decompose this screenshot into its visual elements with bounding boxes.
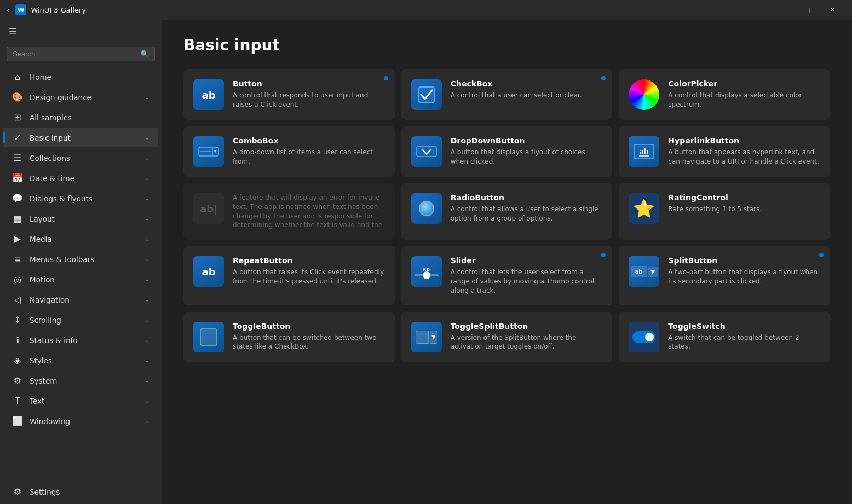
styles-icon: ◈ [12,355,23,366]
sidebar-item-layout[interactable]: ▦ Layout ⌄ [3,209,158,228]
sidebar-item-all-samples[interactable]: ⊞ All samples [3,108,158,127]
sidebar-item-date-time[interactable]: 📅 Date & time ⌄ [3,169,158,188]
card-radiobutton[interactable]: RadioButton A control that allows a user… [401,183,613,240]
card-title-splitbutton: SplitButton [668,256,820,265]
sidebar-item-settings[interactable]: ⚙ Settings [3,482,158,501]
page-title: Basic input [183,36,830,54]
card-info-hyperlinkbutton: HyperlinkButton A button that appears as… [668,136,820,166]
sidebar-item-menus-toolbars[interactable]: ≡ Menus & toolbars ⌄ [3,250,158,269]
card-splitbutton[interactable]: ab ▼ SplitButton A two-part button that … [619,246,830,305]
card-title-combobox: ComboBox [233,136,385,145]
card-title-repeatbutton: RepeatButton [233,256,385,265]
search-input[interactable] [13,50,140,58]
card-repeatbutton[interactable]: ab RepeatButton A button that raises its… [183,246,395,305]
media-icon: ▶ [12,234,23,244]
sidebar-item-basic-input[interactable]: ✓ Basic input ⌄ [3,128,158,147]
card-desc-hyperlinkbutton: A button that appears as hyperlink text,… [668,148,820,166]
home-icon: ⌂ [12,72,23,82]
sidebar-item-design-guidance[interactable]: 🎨 Design guidance ⌄ [3,88,158,107]
card-dropdownbutton[interactable]: DropDownButton A button that displays a … [401,126,613,177]
card-icon-colorpicker [629,79,659,110]
card-icon-button: ab [193,79,224,110]
card-desc-togglesplitbutton: A version of the SplitButton where the a… [451,333,603,352]
card-icon-checkbox [411,79,442,110]
card-togglebutton[interactable]: ToggleButton A button that can be switch… [183,312,395,362]
card-icon-combobox [193,136,224,167]
card-info-repeatbutton: RepeatButton A button that raises its Cl… [233,256,385,286]
navigation-icon: ◁ [12,294,23,305]
card-desc-combobox: A drop-down list of items a user can sel… [233,148,385,166]
card-title-toggleswitch: ToggleSwitch [668,322,820,331]
svg-rect-4 [417,147,436,157]
card-ratingcontrol[interactable]: ⭐ RatingControl Rate something 1 to 5 st… [619,183,830,240]
app-body: ☰ 🔍 ⌂ Home 🎨 Design guidance ⌄ ⊞ All sam… [0,20,852,504]
card-hyperlinkbutton[interactable]: ab HyperlinkButton A button that appears… [619,126,830,177]
sidebar-item-system[interactable]: ⚙ System ⌄ [3,371,158,390]
button-icon: ab [193,79,224,110]
sidebar-item-collections[interactable]: ☰ Collections ⌄ [3,148,158,167]
card-colorpicker[interactable]: ColorPicker A control that displays a se… [619,69,830,120]
chevron-down-icon: ⌄ [145,195,149,201]
maximize-button[interactable]: □ [795,0,820,20]
sidebar-item-status-info[interactable]: ℹ Status & info ⌄ [3,331,158,350]
card-toggleswitch[interactable]: ToggleSwitch A switch that can be toggle… [619,312,830,362]
combobox-icon [193,136,224,167]
card-info-togglebutton: ToggleButton A button that can be switch… [233,322,385,352]
card-togglesplitbutton[interactable]: ▼ ToggleSplitButton A version of the Spl… [401,312,613,362]
sidebar-item-dialogs-flyouts[interactable]: 💬 Dialogs & flyouts ⌄ [3,189,158,208]
card-desc-checkbox: A control that a user can select or clea… [451,91,603,100]
card-info-dropdownbutton: DropDownButton A button that displays a … [451,136,603,166]
hamburger-button[interactable]: ☰ [0,20,162,43]
card-icon-repeatbutton: ab [193,256,224,287]
sidebar-item-text[interactable]: T Text ⌄ [3,391,158,410]
card-slider[interactable]: 60 Slider A control that lets the user s… [401,246,613,305]
chevron-down-icon: ⌄ [145,236,149,242]
card-icon-togglesplitbutton: ▼ [411,322,442,352]
sidebar-item-styles[interactable]: ◈ Styles ⌄ [3,351,158,370]
sidebar: ☰ 🔍 ⌂ Home 🎨 Design guidance ⌄ ⊞ All sam… [0,20,162,504]
card-title-radiobutton: RadioButton [451,193,603,202]
card-icon-radiobutton [411,193,442,224]
back-button[interactable]: ‹ [7,5,10,15]
sidebar-item-media[interactable]: ▶ Media ⌄ [3,229,158,248]
sidebar-item-windowing[interactable]: ⬜ Windowing ⌄ [3,412,158,431]
sidebar-item-navigation[interactable]: ◁ Navigation ⌄ [3,290,158,309]
app-title: WinUI 3 Gallery [31,6,86,14]
card-desc-inputvalidation: A feature that will display an error for… [233,193,385,230]
menus-toolbars-icon: ≡ [12,254,23,264]
card-button[interactable]: ab Button A control that responds to use… [183,69,395,120]
minimize-button[interactable]: – [770,0,795,20]
card-title-dropdownbutton: DropDownButton [451,136,603,145]
sidebar-item-motion[interactable]: ◎ Motion ⌄ [3,270,158,289]
card-desc-slider: A control that lets the user select from… [451,268,603,295]
card-info-ratingcontrol: RatingControl Rate something 1 to 5 star… [668,193,820,214]
repeatbutton-icon: ab [193,256,224,287]
new-dot [601,76,606,80]
card-icon-togglebutton [193,322,224,352]
card-info-togglesplitbutton: ToggleSplitButton A version of the Split… [451,322,603,352]
search-box[interactable]: 🔍 [7,47,155,61]
collections-icon: ☰ [12,153,23,163]
chevron-down-icon: ⌄ [145,317,149,323]
sidebar-item-home[interactable]: ⌂ Home [3,67,158,86]
sidebar-item-scrolling[interactable]: ↕ Scrolling ⌄ [3,310,158,329]
new-dot [819,253,824,257]
chevron-down-icon: ⌄ [145,398,149,404]
settings-icon: ⚙ [12,486,23,497]
new-dot [601,253,606,257]
card-title-button: Button [233,79,385,88]
togglesplitbutton-icon: ▼ [411,322,442,352]
chevron-down-icon: ⌄ [145,256,149,262]
checkbox-icon [411,79,442,110]
close-button[interactable]: ✕ [820,0,845,20]
new-dot [384,76,388,80]
card-checkbox[interactable]: CheckBox A control that a user can selec… [401,69,613,120]
windowing-icon: ⬜ [12,416,23,426]
cards-grid: ab Button A control that responds to use… [183,69,830,362]
chevron-down-icon: ⌄ [145,155,149,161]
card-desc-button: A control that responds to user input an… [233,91,385,109]
card-combobox[interactable]: ComboBox A drop-down list of items a use… [183,126,395,177]
card-title-togglesplitbutton: ToggleSplitButton [451,322,603,331]
inputvalidation-icon: ab| [193,193,224,224]
splitbutton-icon: ab ▼ [629,256,659,287]
